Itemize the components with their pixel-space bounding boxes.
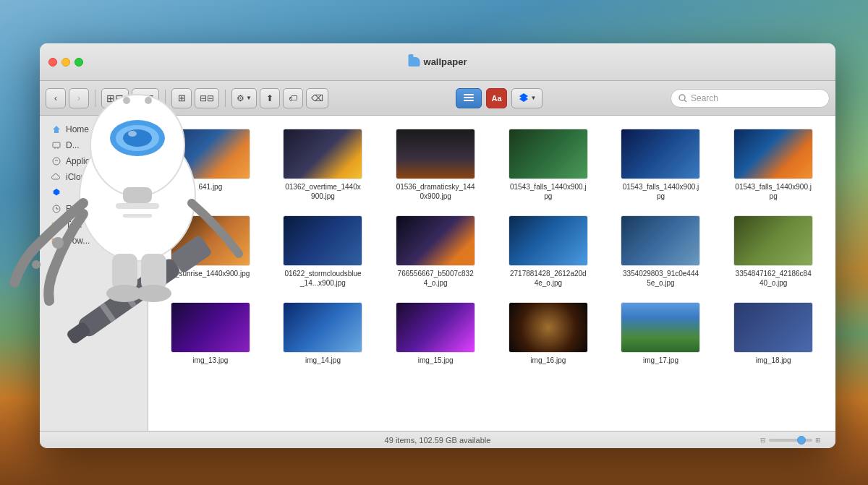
- file-item[interactable]: img_16.jpg: [495, 298, 602, 369]
- dictionary-icon: Aa: [491, 94, 501, 103]
- svg-point-20: [123, 129, 152, 147]
- file-item[interactable]: 01543_falls_1440x900.jpg: [608, 124, 715, 205]
- svg-point-38: [32, 260, 41, 269]
- dropbox-button[interactable]: ▼: [511, 88, 543, 108]
- file-thumbnail: [733, 215, 813, 266]
- dropbox-icon: [518, 92, 529, 105]
- file-name: 01536_dramaticsky_1440x900.jpg: [396, 182, 475, 201]
- close-button[interactable]: [48, 58, 57, 66]
- file-name: img_14.jpg: [305, 356, 341, 365]
- file-item[interactable]: 01543_falls_1440x900.jpg: [720, 124, 827, 205]
- search-bar[interactable]: Search: [671, 89, 830, 108]
- file-item[interactable]: 01362_overtime_1440x900.jpg: [270, 124, 377, 205]
- automator-robot: [0, 80, 275, 442]
- delete-button[interactable]: ⌫: [306, 88, 328, 108]
- tag-button[interactable]: 🏷: [283, 88, 303, 108]
- svg-point-21: [128, 131, 137, 137]
- search-icon: [678, 94, 687, 103]
- file-item[interactable]: 01536_dramaticsky_1440x900.jpg: [382, 124, 489, 205]
- file-item[interactable]: 3354847162_42186c8440_o.jpg: [720, 211, 827, 292]
- file-item[interactable]: 01543_falls_1440x900.jpg: [495, 124, 602, 205]
- file-name: img_15.jpg: [418, 356, 454, 365]
- file-name: 3354029803_91c0e4445e_o.jpg: [621, 269, 700, 288]
- zoom-min-icon: ⊟: [760, 437, 766, 444]
- svg-rect-29: [112, 254, 137, 290]
- file-item[interactable]: img_14.jpg: [270, 298, 377, 369]
- svg-point-37: [52, 237, 64, 249]
- stack-view-button[interactable]: [456, 88, 482, 108]
- svg-point-5: [679, 95, 685, 100]
- file-thumbnail: [396, 129, 475, 179]
- file-thumbnail: [621, 302, 700, 353]
- zoom-max-icon: ⊞: [815, 437, 821, 444]
- svg-line-6: [684, 100, 686, 102]
- svg-marker-4: [519, 96, 528, 102]
- file-item[interactable]: 3354029803_91c0e4445e_o.jpg: [608, 211, 715, 292]
- dropdown-arrow: ▼: [531, 95, 537, 101]
- tag-icon: 🏷: [289, 93, 297, 103]
- file-thumbnail: [621, 129, 700, 179]
- file-name: img_17.jpg: [643, 356, 678, 365]
- svg-point-36: [145, 97, 152, 104]
- zoom-slider: ⊟ ⊞: [760, 437, 821, 444]
- minimize-button[interactable]: [61, 58, 70, 66]
- svg-rect-30: [141, 254, 166, 290]
- svg-rect-34: [123, 214, 152, 218]
- file-thumbnail: [283, 302, 362, 353]
- file-item[interactable]: 01622_stormcloudsblue_14...x900.jpg: [270, 211, 377, 292]
- file-thumbnail: [509, 302, 588, 353]
- svg-rect-0: [464, 100, 474, 101]
- traffic-lights: [48, 58, 83, 66]
- file-thumbnail: [733, 129, 813, 179]
- svg-point-32: [135, 285, 171, 302]
- search-placeholder: Search: [691, 93, 718, 103]
- file-item[interactable]: img_18.jpg: [720, 298, 827, 369]
- file-name: 01543_falls_1440x900.jpg: [509, 182, 588, 201]
- window-title: wallpaper: [409, 56, 467, 67]
- file-name: 3354847162_42186c8440_o.jpg: [733, 269, 813, 288]
- file-item[interactable]: 2717881428_2612a20d4e_o.jpg: [495, 211, 602, 292]
- file-item[interactable]: img_15.jpg: [382, 298, 489, 369]
- slider-track[interactable]: [769, 439, 812, 442]
- svg-rect-33: [116, 203, 159, 209]
- file-thumbnail: [283, 215, 362, 266]
- status-text: 49 items, 102.59 GB available: [385, 436, 491, 445]
- file-name: img_18.jpg: [756, 356, 791, 365]
- maximize-button[interactable]: [75, 58, 83, 66]
- file-thumbnail: [509, 129, 588, 179]
- file-thumbnail: [396, 302, 475, 353]
- file-name: 01543_falls_1440x900.jpg: [621, 182, 700, 201]
- file-thumbnail: [509, 215, 588, 266]
- file-name: 766556667_b5007c8324_o.jpg: [396, 269, 475, 288]
- file-thumbnail: [621, 215, 700, 266]
- trash-icon: ⌫: [311, 93, 323, 103]
- file-thumbnail: [733, 302, 813, 353]
- file-name: 01543_falls_1440x900.jpg: [733, 182, 813, 201]
- robot-mascot: [0, 80, 275, 442]
- file-name: 2717881428_2612a20d4e_o.jpg: [509, 269, 588, 288]
- title-bar: wallpaper: [40, 43, 835, 81]
- slider-thumb[interactable]: [797, 436, 806, 445]
- svg-rect-22: [123, 187, 152, 203]
- svg-point-35: [123, 97, 130, 104]
- file-thumbnail: [283, 129, 362, 179]
- file-thumbnail: [396, 215, 475, 266]
- layers-icon: [462, 92, 475, 105]
- file-name: img_16.jpg: [530, 356, 566, 365]
- file-name: 01622_stormcloudsblue_14...x900.jpg: [283, 269, 362, 288]
- folder-icon: [409, 57, 420, 66]
- svg-rect-1: [464, 97, 474, 98]
- svg-rect-2: [464, 94, 474, 95]
- file-name: 01362_overtime_1440x900.jpg: [283, 182, 362, 201]
- file-item[interactable]: img_17.jpg: [608, 298, 715, 369]
- dictionary-button[interactable]: Aa: [486, 88, 506, 108]
- file-item[interactable]: 766556667_b5007c8324_o.jpg: [382, 211, 489, 292]
